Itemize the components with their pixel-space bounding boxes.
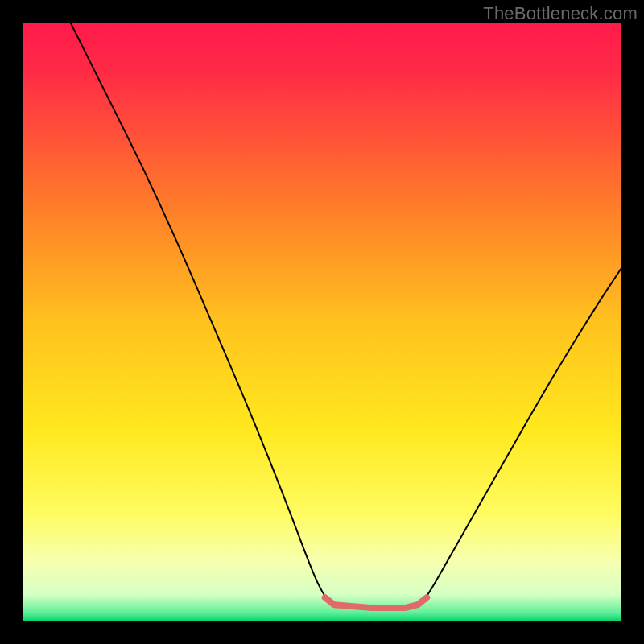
watermark-text: TheBottleneck.com — [483, 3, 638, 24]
valley-highlight — [325, 597, 427, 608]
bottleneck-curve — [71, 23, 621, 608]
chart-container: TheBottleneck.com — [0, 0, 644, 644]
curve-layer — [23, 23, 621, 621]
plot-area — [23, 23, 621, 621]
